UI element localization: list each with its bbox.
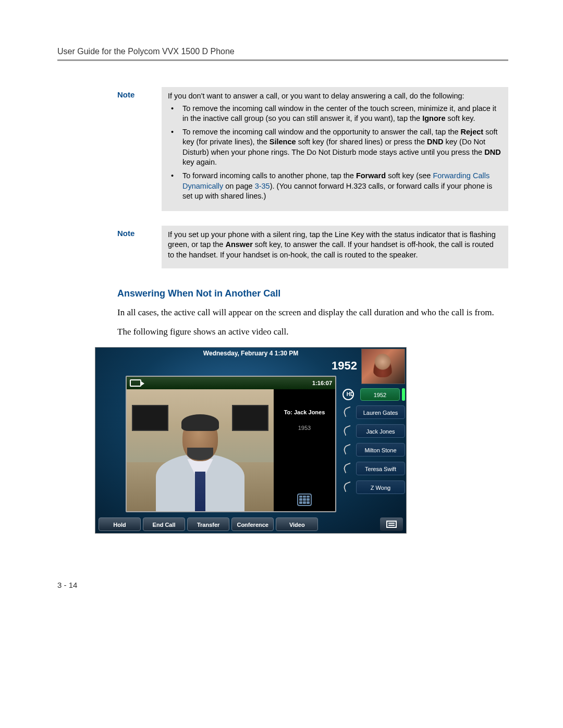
contact-row[interactable]: Jack Jones bbox=[342, 423, 405, 439]
menu-icon[interactable] bbox=[380, 517, 403, 531]
phone-screenshot: Wednesday, February 4 1:30 PM 1952 1:16:… bbox=[95, 347, 407, 534]
section-heading: Answering When Not in Another Call bbox=[117, 288, 508, 299]
note-content-2: If you set up your phone with a silent r… bbox=[162, 226, 508, 269]
handset-icon bbox=[342, 463, 354, 474]
call-to-label: To: Jack Jones bbox=[274, 409, 335, 415]
self-video-thumbnail bbox=[361, 349, 405, 384]
handset-icon bbox=[342, 482, 354, 493]
note-block-1: Note If you don't want to answer a call,… bbox=[117, 87, 508, 211]
call-duration: 1:16:07 bbox=[312, 380, 332, 386]
link-page-ref[interactable]: 3-35 bbox=[255, 182, 270, 190]
contact-row[interactable]: Lauren Gates bbox=[342, 404, 405, 420]
note1-intro: If you don't want to answer a call, or y… bbox=[168, 91, 502, 102]
note-label: Note bbox=[117, 226, 162, 269]
softkey-bar: Hold End Call Transfer Conference Video bbox=[99, 517, 403, 531]
contact-button[interactable]: Milton Stone bbox=[356, 443, 405, 456]
page-number: 3 - 14 bbox=[57, 581, 508, 589]
handset-icon bbox=[342, 425, 354, 437]
page-header: User Guide for the Polycom VVX 1500 D Ph… bbox=[57, 47, 508, 61]
contact-button[interactable]: Lauren Gates bbox=[356, 405, 405, 419]
note-content-1: If you don't want to answer a call, or y… bbox=[162, 87, 508, 211]
contact-row[interactable]: Teresa Swift bbox=[342, 461, 405, 476]
contact-button[interactable]: Teresa Swift bbox=[356, 462, 405, 475]
softkey-hold[interactable]: Hold bbox=[99, 517, 141, 531]
call-to-ext: 1953 bbox=[274, 425, 335, 431]
handset-icon bbox=[342, 406, 354, 418]
softkey-transfer[interactable]: Transfer bbox=[187, 517, 229, 531]
note-block-2: Note If you set up your phone with a sil… bbox=[117, 226, 508, 269]
line-sidebar: HD 1952 Lauren Gates Jack Jones Milton S… bbox=[342, 387, 405, 498]
active-line-button[interactable]: 1952 bbox=[360, 388, 400, 401]
softkey-conference[interactable]: Conference bbox=[231, 517, 274, 531]
keypad-icon[interactable] bbox=[297, 493, 312, 506]
note1-bullet-2: To remove the incoming call window and t… bbox=[178, 127, 502, 168]
call-info-panel: To: Jack Jones 1953 bbox=[274, 389, 335, 511]
softkey-end-call[interactable]: End Call bbox=[143, 517, 185, 531]
note1-bullet-3: To forward incoming calls to another pho… bbox=[178, 171, 502, 202]
contact-row[interactable]: Milton Stone bbox=[342, 442, 405, 458]
contact-button[interactable]: Jack Jones bbox=[356, 424, 405, 438]
caller-video bbox=[127, 389, 274, 511]
body-paragraph-1: In all cases, the active call will appea… bbox=[117, 306, 508, 319]
note-label: Note bbox=[117, 87, 162, 211]
video-call-frame: 1:16:07 To: Jack bbox=[126, 376, 336, 512]
handset-icon bbox=[342, 444, 354, 455]
camera-icon bbox=[130, 379, 141, 387]
hd-icon: HD bbox=[342, 389, 358, 400]
line-status-indicator bbox=[402, 388, 405, 401]
contact-button[interactable]: Z Wong bbox=[356, 480, 405, 494]
status-datetime: Wednesday, February 4 1:30 PM bbox=[95, 350, 406, 357]
softkey-video[interactable]: Video bbox=[276, 517, 318, 531]
note1-bullet-1: To remove the incoming call window in th… bbox=[178, 104, 502, 124]
contact-row[interactable]: Z Wong bbox=[342, 479, 405, 495]
extension-display: 1952 bbox=[332, 359, 357, 373]
body-paragraph-2: The following figure shows an active vid… bbox=[117, 326, 508, 339]
